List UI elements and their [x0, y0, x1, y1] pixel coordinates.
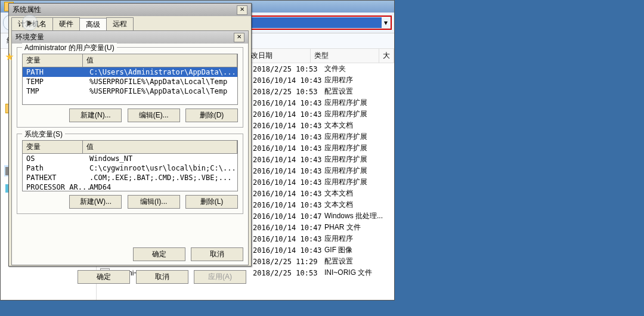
sys-var-row[interactable]: PROCESSOR_AR...AMD64 — [23, 182, 237, 191]
file-date: 2016/10/14 10:43 — [253, 166, 324, 176]
col-variable[interactable]: 变量 — [23, 54, 83, 67]
sys-vars-list[interactable]: OSWindows_NTPathC:\cygwinroot\usr\local\… — [22, 153, 238, 191]
tab-remote[interactable]: 远程 — [106, 17, 134, 30]
sys-vars-legend: 系统变量(S) — [22, 129, 65, 140]
file-date: 2016/10/14 10:43 — [253, 200, 324, 210]
file-date: 2018/2/25 10:53 — [253, 268, 324, 278]
tab-hardware[interactable]: 硬件 — [52, 17, 80, 30]
sysprop-tabs: 计算机名 硬件 高级 远程 — [9, 16, 251, 30]
file-date: 2016/10/14 10:43 — [253, 110, 324, 119]
sys-vars-header: 变量 值 — [22, 140, 238, 153]
user-var-row[interactable]: TEMP%USERPROFILE%\AppData\Local\Temp — [23, 77, 237, 86]
file-type: 文件夹 — [324, 63, 394, 75]
close-icon[interactable]: ✕ — [234, 33, 244, 42]
file-type: PHAR 文件 — [324, 222, 394, 233]
file-type: Windows 批处理... — [324, 210, 394, 222]
delete-sys-var-button[interactable]: 删除(L) — [185, 195, 238, 209]
new-user-var-button[interactable]: 新建(N)... — [69, 109, 122, 122]
file-type: 配置设置 — [324, 256, 394, 267]
file-date: 2016/10/14 10:43 — [253, 246, 324, 255]
delete-user-var-button[interactable]: 删除(D) — [185, 109, 238, 122]
sysprop-ok-button[interactable]: 确定 — [78, 270, 130, 284]
file-type: 应用程序扩展 — [324, 176, 394, 188]
file-date: 2016/10/14 10:43 — [253, 178, 324, 187]
user-vars-list[interactable]: PATHC:\Users\Administrator\AppData\...TE… — [22, 67, 238, 105]
tab-advanced[interactable]: 高级 — [79, 18, 107, 31]
file-type: 文本文档 — [324, 199, 394, 210]
file-type: 文本文档 — [324, 188, 394, 199]
file-type: INI~ORIG 文件 — [324, 267, 394, 278]
file-type: 文本文档 — [324, 120, 394, 131]
file-date: 2016/10/14 10:43 — [253, 98, 324, 108]
new-sys-var-button[interactable]: 新建(W)... — [69, 195, 122, 209]
file-date: 2016/10/14 10:43 — [253, 144, 324, 153]
file-type: 应用程序 — [324, 233, 394, 244]
forward-button[interactable]: ▶ — [22, 15, 38, 30]
sys-var-row[interactable]: PathC:\cygwinroot\usr\local\bin;C:\... — [23, 163, 237, 173]
file-type: 配置设置 — [324, 86, 394, 97]
sysprop-title: 系统属性 — [13, 5, 234, 15]
file-type: 应用程序扩展 — [324, 154, 394, 165]
close-icon[interactable]: ✕ — [237, 5, 247, 15]
envvar-ok-button[interactable]: 确定 — [133, 247, 185, 261]
edit-sys-var-button[interactable]: 编辑(I)... — [128, 195, 180, 209]
sysprop-apply-button[interactable]: 应用(A) — [194, 270, 246, 284]
file-date: 2016/10/14 10:47 — [253, 223, 324, 233]
user-var-row[interactable]: TMP%USERPROFILE%\AppData\Local\Temp — [23, 86, 237, 96]
file-type: 应用程序 — [324, 75, 394, 86]
file-date: 2016/10/14 10:43 — [253, 234, 324, 244]
edit-user-var-button[interactable]: 编辑(E)... — [128, 109, 180, 122]
file-type: 应用程序扩展 — [324, 142, 394, 154]
sysprop-buttons: 确定 取消 应用(A) — [9, 268, 251, 286]
col-value[interactable]: 值 — [83, 141, 237, 153]
file-type: 应用程序扩展 — [324, 131, 394, 142]
file-date: 2016/10/14 10:43 — [253, 132, 324, 142]
file-date: 2016/10/14 10:43 — [253, 189, 324, 199]
file-type: GIF 图像 — [324, 244, 394, 256]
envvar-title: 环境变量 — [16, 32, 231, 42]
file-date: 2016/10/14 10:43 — [253, 76, 324, 85]
file-type: 应用程序扩展 — [324, 97, 394, 109]
envvar-cancel-button[interactable]: 取消 — [191, 247, 243, 261]
user-vars-legend: Administrator 的用户变量(U) — [22, 43, 117, 53]
dropdown-icon[interactable]: ▾ — [382, 18, 390, 27]
file-date: 2016/10/14 10:43 — [253, 121, 324, 131]
col-type[interactable]: 类型 — [311, 49, 379, 63]
file-type: 应用程序扩展 — [324, 165, 394, 176]
user-vars-header: 变量 值 — [22, 54, 238, 67]
system-properties-window: 系统属性 ✕ 计算机名 硬件 高级 远程 环境变量 ✕ Administrato… — [8, 3, 252, 267]
col-size[interactable]: 大 — [379, 49, 394, 63]
sys-var-row[interactable]: OSWindows_NT — [23, 154, 237, 163]
file-date: 2016/10/14 10:43 — [253, 155, 324, 165]
user-vars-group: Administrator 的用户变量(U) 变量 值 PATHC:\Users… — [17, 47, 243, 128]
user-var-row[interactable]: PATHC:\Users\Administrator\AppData\... — [23, 67, 237, 77]
sysprop-cancel-button[interactable]: 取消 — [136, 270, 188, 284]
sys-var-row[interactable]: PATHEXT.COM;.EXE;.BAT;.CMD;.VBS;.VBE;... — [23, 173, 237, 182]
sysprop-titlebar[interactable]: 系统属性 ✕ — [9, 4, 251, 16]
col-variable[interactable]: 变量 — [23, 141, 83, 153]
envvar-titlebar[interactable]: 环境变量 ✕ — [12, 31, 248, 44]
sys-vars-group: 系统变量(S) 变量 值 OSWindows_NTPathC:\cygwinro… — [17, 134, 243, 214]
file-date: 2016/10/14 10:47 — [253, 212, 324, 221]
file-date: 2018/2/25 10:53 — [253, 87, 324, 97]
file-date: 2018/2/25 10:53 — [253, 64, 324, 74]
col-value[interactable]: 值 — [83, 54, 237, 67]
envvar-dialog: 环境变量 ✕ Administrator 的用户变量(U) 变量 值 PATHC… — [11, 30, 249, 265]
file-type: 应用程序扩展 — [324, 109, 394, 120]
file-date: 2018/2/25 11:29 — [253, 257, 324, 267]
